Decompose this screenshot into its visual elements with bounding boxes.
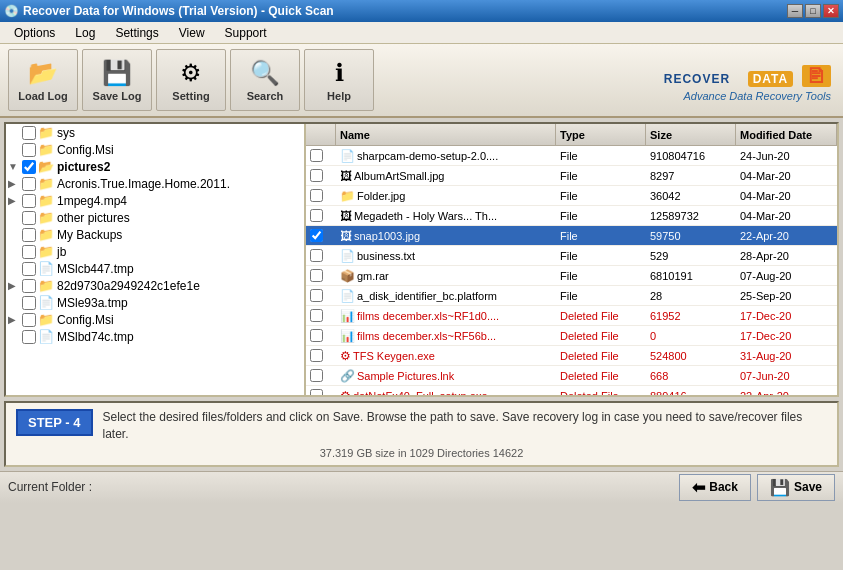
file-icon: 📄 (38, 261, 54, 276)
help-label: Help (327, 90, 351, 102)
tree-item-sys[interactable]: 📁 sys (6, 124, 304, 141)
save-log-button[interactable]: 💾 Save Log (82, 49, 152, 111)
tree-checkbox-sys[interactable] (22, 126, 36, 140)
setting-label: Setting (172, 90, 209, 102)
tree-item-acronis[interactable]: ▶ 📁 Acronis.True.Image.Home.2011. (6, 175, 304, 192)
folder-icon: 📁 (38, 227, 54, 242)
tree-checkbox-pictures2[interactable] (22, 160, 36, 174)
step-subtext: 37.319 GB size in 1029 Directories 14622 (16, 447, 827, 459)
menu-view[interactable]: View (171, 24, 213, 42)
col-header-name[interactable]: Name (336, 124, 556, 145)
file-checkbox[interactable] (310, 289, 323, 302)
close-button[interactable]: ✕ (823, 4, 839, 18)
tree-item-mslbd[interactable]: 📄 MSlbd74c.tmp (6, 328, 304, 345)
tree-item-jb[interactable]: 📁 jb (6, 243, 304, 260)
tree-checkbox-config2[interactable] (22, 313, 36, 327)
menu-log[interactable]: Log (67, 24, 103, 42)
file-list-header: Name Type Size Modified Date (306, 124, 837, 146)
step-text: Select the desired files/folders and cli… (103, 409, 827, 443)
file-checkbox[interactable] (310, 169, 323, 182)
file-checkbox[interactable] (310, 389, 323, 395)
tree-item-mpeg4[interactable]: ▶ 📁 1mpeg4.mp4 (6, 192, 304, 209)
menu-settings[interactable]: Settings (107, 24, 166, 42)
minimize-button[interactable]: ─ (787, 4, 803, 18)
tree-checkbox-other[interactable] (22, 211, 36, 225)
col-header-check[interactable] (306, 124, 336, 145)
col-header-size[interactable]: Size (646, 124, 736, 145)
file-row[interactable]: 📄business.txt File 529 28-Apr-20 (306, 246, 837, 266)
col-header-modified[interactable]: Modified Date (736, 124, 837, 145)
file-row-deleted[interactable]: 📊films december.xls~RF56b... Deleted Fil… (306, 326, 837, 346)
file-checkbox[interactable] (310, 269, 323, 282)
load-log-button[interactable]: 📂 Load Log (8, 49, 78, 111)
menu-options[interactable]: Options (6, 24, 63, 42)
load-log-label: Load Log (18, 90, 68, 102)
save-button[interactable]: 💾 Save (757, 474, 835, 501)
file-checkbox[interactable] (310, 309, 323, 322)
folder-icon: 📁 (38, 125, 54, 140)
setting-button[interactable]: ⚙ Setting (156, 49, 226, 111)
toolbar: 📂 Load Log 💾 Save Log ⚙ Setting 🔍 Search… (0, 44, 843, 118)
file-checkbox[interactable] (310, 329, 323, 342)
file-row-deleted[interactable]: 📊films december.xls~RF1d0.... Deleted Fi… (306, 306, 837, 326)
tree-item-82d9[interactable]: ▶ 📁 82d9730a2949242c1efe1e (6, 277, 304, 294)
save-icon: 💾 (770, 478, 790, 497)
help-button[interactable]: ℹ Help (304, 49, 374, 111)
menu-support[interactable]: Support (217, 24, 275, 42)
tree-checkbox-config[interactable] (22, 143, 36, 157)
file-row-deleted[interactable]: ⚙TFS Keygen.exe Deleted File 524800 31-A… (306, 346, 837, 366)
file-row[interactable]: 📄sharpcam-demo-setup-2.0.... File 910804… (306, 146, 837, 166)
bottom-buttons: ⬅ Back 💾 Save (679, 474, 835, 501)
status-bar: Current Folder : ⬅ Back 💾 Save (0, 471, 843, 503)
folder-icon: 📁 (38, 244, 54, 259)
file-icon: 📄 (38, 295, 54, 310)
tree-checkbox-82d9[interactable] (22, 279, 36, 293)
file-checkbox[interactable] (310, 369, 323, 382)
tree-checkbox-mslcb[interactable] (22, 262, 36, 276)
back-icon: ⬅ (692, 478, 705, 497)
tree-item-mslcb[interactable]: 📄 MSlcb447.tmp (6, 260, 304, 277)
file-row[interactable]: 🖼Megadeth - Holy Wars... Th... File 1258… (306, 206, 837, 226)
folder-icon: 📁 (38, 142, 54, 157)
file-checkbox[interactable] (310, 229, 323, 242)
file-row[interactable]: 📦gm.rar File 6810191 07-Aug-20 (306, 266, 837, 286)
tree-item-my-backups[interactable]: 📁 My Backups (6, 226, 304, 243)
tree-checkbox-jb[interactable] (22, 245, 36, 259)
logo-highlight: DATA (748, 71, 794, 87)
tree-item-config-msi[interactable]: 📁 Config.Msi (6, 141, 304, 158)
file-row[interactable]: 🖼AlbumArtSmall.jpg File 8297 04-Mar-20 (306, 166, 837, 186)
help-icon: ℹ (335, 59, 344, 87)
back-button[interactable]: ⬅ Back (679, 474, 751, 501)
folder-icon: 📁 (38, 210, 54, 225)
file-row[interactable]: 🖼snap1003.jpg File 59750 22-Apr-20 (306, 226, 837, 246)
tree-item-config2[interactable]: ▶ 📁 Config.Msi (6, 311, 304, 328)
file-icon: 📄 (38, 329, 54, 344)
folder-icon: 📂 (38, 159, 54, 174)
load-log-icon: 📂 (28, 59, 58, 87)
tree-item-msle93[interactable]: 📄 MSle93a.tmp (6, 294, 304, 311)
file-checkbox[interactable] (310, 349, 323, 362)
tree-item-pictures2[interactable]: ▼ 📂 pictures2 (6, 158, 304, 175)
file-checkbox[interactable] (310, 249, 323, 262)
file-checkbox[interactable] (310, 149, 323, 162)
maximize-button[interactable]: □ (805, 4, 821, 18)
file-row-deleted[interactable]: 🔗Sample Pictures.lnk Deleted File 668 07… (306, 366, 837, 386)
folder-icon: 📁 (38, 176, 54, 191)
tree-checkbox-msle93[interactable] (22, 296, 36, 310)
tree-checkbox-mpeg4[interactable] (22, 194, 36, 208)
file-list-body: 📄sharpcam-demo-setup-2.0.... File 910804… (306, 146, 837, 395)
tree-checkbox-mslbd[interactable] (22, 330, 36, 344)
info-section: STEP - 4 Select the desired files/folder… (4, 401, 839, 467)
search-button[interactable]: 🔍 Search (230, 49, 300, 111)
logo-subtitle: Advance Data Recovery Tools (664, 90, 831, 102)
save-log-icon: 💾 (102, 59, 132, 87)
file-row[interactable]: 📄a_disk_identifier_bc.platform File 28 2… (306, 286, 837, 306)
tree-checkbox-backups[interactable] (22, 228, 36, 242)
file-row-deleted[interactable]: ⚙dotNetFx40_Full_setup.exe Deleted File … (306, 386, 837, 395)
file-checkbox[interactable] (310, 189, 323, 202)
file-row[interactable]: 📁Folder.jpg File 36042 04-Mar-20 (306, 186, 837, 206)
col-header-type[interactable]: Type (556, 124, 646, 145)
tree-checkbox-acronis[interactable] (22, 177, 36, 191)
file-checkbox[interactable] (310, 209, 323, 222)
tree-item-other-pictures[interactable]: 📁 other pictures (6, 209, 304, 226)
